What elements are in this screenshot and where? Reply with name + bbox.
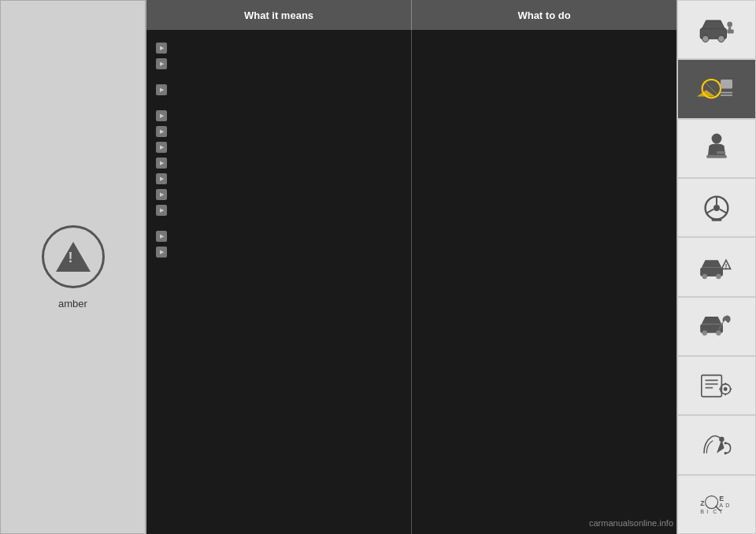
svg-rect-7 [721,80,732,89]
list-item [156,83,402,95]
sidebar-item-alphabet[interactable]: Z B I C T E A D [677,475,756,534]
list-item [156,57,402,69]
warning-triangle-icon [56,242,91,272]
svg-text:B: B [700,508,704,515]
sidebar-item-car-wrench[interactable] [677,297,756,356]
svg-line-17 [720,209,728,213]
bullet-icon [156,173,167,184]
bullet-icon [156,231,167,242]
svg-point-23 [725,267,727,269]
svg-point-20 [702,274,707,279]
bullet-icon [156,205,167,216]
bullet-icon [156,43,167,54]
amber-label: amber [58,298,87,310]
list-item [156,188,402,200]
svg-point-4 [727,21,732,27]
svg-rect-11 [717,151,725,154]
sidebar-item-person-seat[interactable] [677,119,756,178]
bullet-icon [156,158,167,169]
svg-point-26 [716,331,721,336]
main-content: amber What it means What to do [0,0,677,534]
list-item [156,172,402,184]
svg-point-10 [712,134,722,144]
svg-point-32 [724,387,728,391]
header-row: What it means What to do [146,0,676,30]
svg-point-2 [718,35,724,42]
svg-line-16 [706,209,713,213]
svg-text:D: D [725,502,729,509]
bullet-group-1 [156,42,402,69]
bullet-group-4 [156,230,402,258]
list-item [156,230,402,242]
bullet-icon [156,189,167,200]
left-panel: amber [0,0,146,534]
content-row [146,30,676,534]
svg-rect-5 [728,27,731,32]
sidebar-item-list-settings[interactable] [677,356,756,415]
svg-point-38 [724,442,727,444]
bullet-icon [156,110,167,121]
what-to-do-column [412,30,676,534]
svg-point-14 [713,205,720,211]
bullet-icon [156,142,167,153]
svg-text:Z: Z [700,500,705,508]
bullet-icon [156,84,167,95]
svg-point-21 [716,274,721,279]
sidebar-item-steering[interactable] [677,178,756,237]
what-to-do-header: What to do [412,0,676,30]
bullet-group-3 [156,109,402,216]
svg-rect-18 [712,218,722,221]
list-item [156,204,402,216]
list-item [156,141,402,153]
svg-text:I: I [706,508,708,515]
bullet-group-2 [156,83,402,95]
bullet-icon [156,126,167,137]
list-item [156,125,402,137]
sidebar-item-navigation-music[interactable] [677,415,756,474]
svg-text:C: C [713,508,717,515]
sidebar-item-warning-message[interactable] [677,59,756,118]
sidebar-item-car-warning[interactable] [677,237,756,296]
what-it-means-column [146,30,412,534]
svg-text:A: A [719,502,723,509]
list-item [156,246,402,258]
list-item [156,157,402,169]
sidebar-item-car-info[interactable] [677,0,756,59]
svg-rect-12 [706,155,727,158]
svg-rect-27 [702,375,722,396]
bullet-icon [156,247,167,258]
svg-text:T: T [719,508,723,515]
bullet-icon [156,58,167,69]
svg-point-1 [702,35,709,42]
right-sidebar: Z B I C T E A D [677,0,756,534]
list-item [156,109,402,121]
warning-symbol [42,225,105,288]
list-item [156,42,402,54]
svg-point-39 [724,452,727,454]
svg-point-25 [702,331,707,336]
watermark: carmanualsonline.info [589,518,673,528]
middle-panel: What it means What to do [146,0,677,534]
what-it-means-header: What it means [146,0,412,30]
